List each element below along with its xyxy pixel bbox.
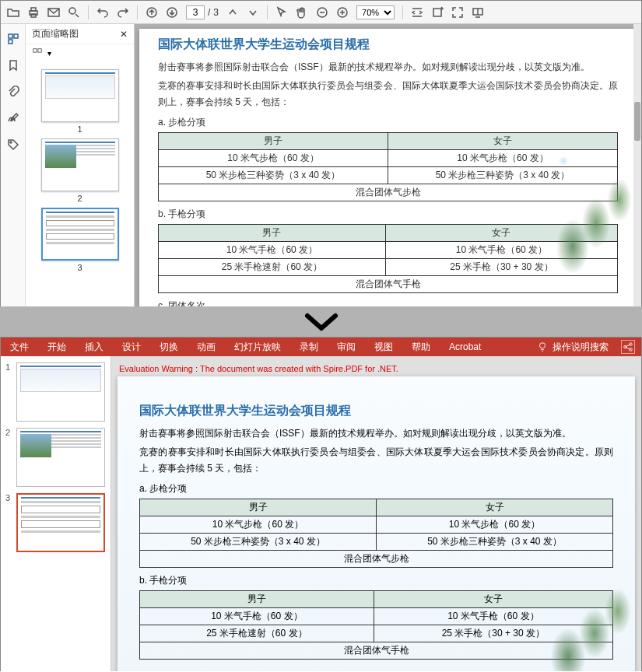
pistol-table: 男子女子 10 米气手枪（60 发）10 米气手枪（60 发） 25 米手枪速射… <box>158 224 618 293</box>
prev-page-icon[interactable] <box>226 6 239 19</box>
share-icon[interactable] <box>621 340 635 354</box>
vertical-scrollbar[interactable] <box>633 24 641 306</box>
svg-rect-12 <box>14 34 18 38</box>
svg-rect-2 <box>31 14 36 17</box>
first-page-icon[interactable] <box>146 6 158 19</box>
slide-area: Evaluation Warning : The document was cr… <box>111 356 641 671</box>
zoom-out-icon[interactable] <box>316 6 328 19</box>
svg-rect-16 <box>38 49 41 52</box>
document-area: 国际大体联世界大学生运动会项目规程 射击赛事将参照国际射击联合会（ISSF）最新… <box>135 24 641 306</box>
rifle-table: 男子女子 10 米气步枪（60 发）10 米气步枪（60 发） 50 米步枪三种… <box>158 132 618 201</box>
ribbon-tab-insert[interactable]: 插入 <box>82 339 107 355</box>
signature-icon[interactable] <box>6 111 20 125</box>
thumbnail-panel-title: 页面缩略图 <box>32 27 79 40</box>
thumbnail-1[interactable]: 1 <box>41 69 119 134</box>
arrow-separator <box>0 306 642 338</box>
page-content: 国际大体联世界大学生运动会项目规程 射击赛事将参照国际射击联合会（ISSF）最新… <box>139 29 637 306</box>
pointer-icon[interactable] <box>275 6 288 19</box>
svg-point-17 <box>540 343 546 348</box>
svg-rect-15 <box>33 49 37 52</box>
doc-title: 国际大体联世界大学生运动会项目规程 <box>158 37 618 53</box>
doc-paragraph: 射击赛事将参照国际射击联合会（ISSF）最新的技术规程举办。如对规则解读出现分歧… <box>158 59 618 75</box>
rotate-icon[interactable] <box>431 6 444 19</box>
page-indicator: /3 <box>186 5 219 19</box>
svg-rect-1 <box>31 8 36 11</box>
thumb-options[interactable]: ▾ <box>26 44 134 61</box>
ribbon-tab-home[interactable]: 开始 <box>44 339 69 355</box>
bookmark-icon[interactable] <box>6 58 20 72</box>
lightbulb-icon <box>537 341 548 352</box>
ribbon-tab-record[interactable]: 录制 <box>296 339 321 355</box>
tag-icon[interactable] <box>6 138 20 152</box>
doc-paragraph: 竞赛的赛事安排和时长由国际大体联执行委员会与组委会、国际大体联夏季大运会国际技术… <box>158 78 618 110</box>
read-mode-icon[interactable] <box>472 6 484 19</box>
slide-title: 国际大体联世界大学生运动会项目规程 <box>139 403 613 419</box>
print-icon[interactable] <box>27 6 40 19</box>
ribbon: 文件 开始 插入 设计 切换 动画 幻灯片放映 录制 审阅 视图 帮助 Acro… <box>1 338 641 356</box>
hand-icon[interactable] <box>296 6 308 19</box>
slide-section-b: b. 手枪分项 <box>139 574 613 587</box>
evaluation-warning: Evaluation Warning : The document was cr… <box>119 364 398 373</box>
search-icon[interactable] <box>68 6 80 19</box>
thumbnail-3[interactable]: 3 <box>41 208 119 272</box>
tell-me-input[interactable]: 操作说明搜索 <box>553 341 609 354</box>
slide-paragraph: 射击赛事将参照国际射击联合会（ISSF）最新的技术规程举办。如对规则解读出现分歧… <box>139 425 613 441</box>
slide-thumb-2[interactable]: 2 <box>5 428 106 487</box>
thumbnail-2[interactable]: 2 <box>41 138 119 203</box>
page-input[interactable] <box>186 5 205 19</box>
ribbon-tab-review[interactable]: 审阅 <box>334 339 359 355</box>
svg-point-14 <box>10 142 12 143</box>
attachment-icon[interactable] <box>6 85 20 99</box>
last-page-icon[interactable] <box>166 6 178 19</box>
redo-icon[interactable] <box>117 6 129 19</box>
slide-section-a: a. 步枪分项 <box>139 482 613 495</box>
svg-rect-9 <box>433 9 441 16</box>
toolbar: /3 70% <box>1 1 641 24</box>
pdf-viewer-app: /3 70% 页面缩略图 ✕ ▾ <box>0 0 642 306</box>
slide-pistol-table: 男子女子 10 米气手枪（60 发）10 米气手枪（60 发） 25 米手枪速射… <box>139 590 613 660</box>
ribbon-tab-animations[interactable]: 动画 <box>194 339 219 355</box>
ribbon-tab-help[interactable]: 帮助 <box>409 339 433 355</box>
slide-rifle-table: 男子女子 10 米气步枪（60 发）10 米气步枪（60 发） 50 米步枪三种… <box>139 499 613 568</box>
section-c-label: c. 团体名次 <box>158 299 618 306</box>
svg-point-4 <box>69 8 75 14</box>
svg-rect-11 <box>9 34 12 38</box>
ribbon-tab-file[interactable]: 文件 <box>7 339 32 355</box>
thumbnails-icon[interactable] <box>6 32 20 46</box>
slide-paragraph: 竞赛的赛事安排和时长由国际大体联执行委员会与组委会、国际大体联夏季大运会国际技术… <box>139 444 613 476</box>
slide-thumb-1[interactable]: 1 <box>5 362 106 422</box>
fit-width-icon[interactable] <box>411 6 423 19</box>
section-a-label: a. 步枪分项 <box>158 116 618 129</box>
ribbon-tab-slideshow[interactable]: 幻灯片放映 <box>231 339 284 355</box>
side-rail <box>1 24 26 306</box>
ribbon-tab-view[interactable]: 视图 <box>371 339 396 355</box>
ribbon-tab-transitions[interactable]: 切换 <box>156 339 181 355</box>
slide-content[interactable]: 国际大体联世界大学生运动会项目规程 射击赛事将参照国际射击联合会（ISSF）最新… <box>118 376 635 671</box>
page-total: 3 <box>213 7 219 18</box>
zoom-in-icon[interactable] <box>336 6 349 19</box>
zoom-select[interactable]: 70% <box>356 5 395 19</box>
section-b-label: b. 手枪分项 <box>158 208 618 221</box>
undo-icon[interactable] <box>96 6 109 19</box>
thumbnail-panel: 页面缩略图 ✕ ▾ 1 2 3 <box>26 24 135 306</box>
powerpoint-app: 文件 开始 插入 设计 切换 动画 幻灯片放映 录制 审阅 视图 帮助 Acro… <box>0 337 642 671</box>
next-page-icon[interactable] <box>247 6 259 19</box>
slide-thumb-3[interactable]: 3 <box>5 493 106 552</box>
folder-icon[interactable] <box>7 6 19 19</box>
ribbon-tab-acrobat[interactable]: Acrobat <box>446 340 484 354</box>
svg-rect-13 <box>9 40 12 44</box>
mail-icon[interactable] <box>47 6 60 19</box>
ribbon-tab-design[interactable]: 设计 <box>119 339 144 355</box>
close-panel-icon[interactable]: ✕ <box>120 29 128 40</box>
slide-thumbnails: 1 2 3 <box>1 356 111 671</box>
fullscreen-icon[interactable] <box>451 6 464 19</box>
